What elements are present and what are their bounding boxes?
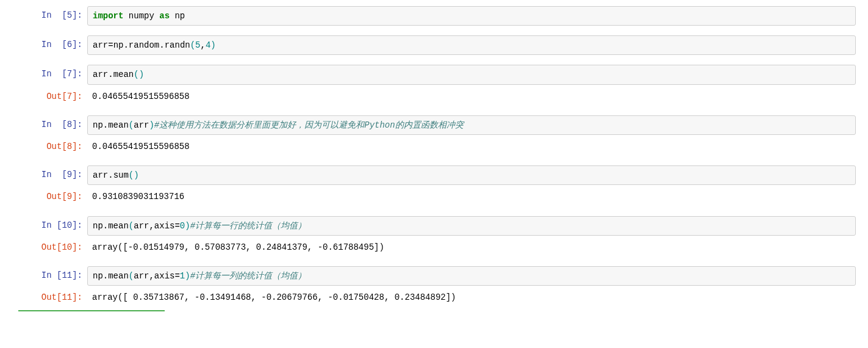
code-input-6[interactable]: arr=np.random.randn(5,4): [87, 35, 856, 55]
code-text: 5: [195, 40, 200, 50]
code-text: ): [139, 70, 144, 79]
code-text: np: [93, 120, 103, 130]
output-11: array([ 0.35713867, -0.13491468, -0.2067…: [87, 288, 856, 306]
prompt-in-9: In [9]:: [12, 165, 87, 185]
code-input-5[interactable]: import numpy as np: [87, 6, 856, 26]
code-text: .: [103, 120, 108, 130]
prompt-out-9: Out[9]:: [12, 187, 87, 206]
code-text: (: [190, 40, 195, 50]
cell-in-10: In [10]: np.mean(arr,axis=0)#计算每一行的统计值（均…: [12, 216, 856, 236]
code-text: =: [174, 271, 179, 281]
prompt-in-5: In [5]:: [12, 6, 87, 26]
code-text: np: [113, 40, 124, 50]
output-7: 0.04655419515596858: [87, 87, 856, 106]
code-input-7[interactable]: arr.mean(): [87, 65, 856, 84]
code-text: arr: [134, 120, 149, 130]
code-text: .: [103, 221, 108, 231]
code-text: ): [210, 40, 215, 50]
code-text: .: [108, 70, 113, 79]
code-comment: #这种使用方法在数据分析里面更加好，因为可以避免和Python的内置函数相冲突: [154, 120, 464, 130]
code-text: mean: [108, 221, 129, 231]
code-text: =: [174, 221, 179, 231]
cell-out-9: Out[9]: 0.9310839031193716: [12, 187, 856, 206]
code-text: (: [129, 221, 134, 231]
code-text: ): [185, 221, 190, 231]
code-text: ,: [201, 40, 206, 50]
code-text: ): [185, 271, 190, 281]
code-text: .: [123, 40, 128, 50]
kw-as: as: [159, 11, 170, 21]
code-text: np: [93, 221, 103, 231]
code-text: =: [108, 40, 113, 50]
code-text: 0: [180, 221, 185, 231]
code-text: .: [159, 40, 164, 50]
code-comment: #计算每一列的统计值（均值）: [190, 271, 306, 281]
cell-in-5: In [5]: import numpy as np: [12, 6, 856, 26]
code-text: (: [129, 271, 134, 281]
prompt-in-7: In [7]:: [12, 65, 87, 84]
cell-out-11: Out[11]: array([ 0.35713867, -0.13491468…: [12, 288, 856, 306]
code-text: .: [103, 271, 108, 281]
prompt-in-8: In [8]:: [12, 115, 87, 135]
code-text: arr: [93, 170, 108, 180]
code-input-11[interactable]: np.mean(arr,axis=1)#计算每一列的统计值（均值）: [87, 266, 856, 286]
cell-out-7: Out[7]: 0.04655419515596858: [12, 87, 856, 106]
prompt-in-11: In [11]:: [12, 266, 87, 286]
code-text: ): [134, 170, 138, 180]
code-input-9[interactable]: arr.sum(): [87, 165, 856, 185]
output-10: array([-0.01514979, 0.57083773, 0.248413…: [87, 238, 856, 256]
code-text: mean: [113, 70, 134, 79]
code-text: arr: [93, 70, 108, 79]
kw-import: import: [93, 11, 123, 21]
code-text: random: [129, 40, 159, 50]
code-input-10[interactable]: np.mean(arr,axis=0)#计算每一行的统计值（均值）: [87, 216, 856, 236]
cell-in-11: In [11]: np.mean(arr,axis=1)#计算每一列的统计值（均…: [12, 266, 856, 286]
code-text: ): [149, 120, 154, 130]
code-text: arr,axis: [134, 271, 174, 281]
prompt-out-11: Out[11]:: [12, 288, 87, 306]
code-text: arr: [93, 40, 108, 50]
code-text: (: [134, 70, 138, 79]
code-text: numpy: [123, 11, 159, 21]
code-text: 1: [180, 271, 185, 281]
code-text: np: [170, 11, 185, 21]
prompt-out-8: Out[8]:: [12, 137, 87, 156]
code-text: (: [129, 120, 134, 130]
code-text: mean: [108, 271, 129, 281]
code-input-8[interactable]: np.mean(arr)#这种使用方法在数据分析里面更加好，因为可以避免和Pyt…: [87, 115, 856, 135]
code-comment: #计算每一行的统计值（均值）: [190, 221, 306, 231]
code-text: randn: [165, 40, 190, 50]
prompt-in-6: In [6]:: [12, 35, 87, 55]
cell-in-9: In [9]: arr.sum(): [12, 165, 856, 185]
cell-out-10: Out[10]: array([-0.01514979, 0.57083773,…: [12, 238, 856, 256]
progress-indicator: [18, 310, 165, 311]
code-text: (: [129, 170, 134, 180]
cell-in-7: In [7]: arr.mean(): [12, 65, 856, 84]
output-9: 0.9310839031193716: [87, 187, 856, 206]
output-8: 0.04655419515596858: [87, 137, 856, 156]
cell-in-6: In [6]: arr=np.random.randn(5,4): [12, 35, 856, 55]
prompt-out-7: Out[7]:: [12, 87, 87, 106]
code-text: mean: [108, 120, 129, 130]
cell-out-8: Out[8]: 0.04655419515596858: [12, 137, 856, 156]
prompt-in-10: In [10]:: [12, 216, 87, 236]
prompt-out-10: Out[10]:: [12, 238, 87, 256]
cell-in-8: In [8]: np.mean(arr)#这种使用方法在数据分析里面更加好，因为…: [12, 115, 856, 135]
code-text: np: [93, 271, 103, 281]
code-text: sum: [113, 170, 129, 180]
code-text: arr,axis: [134, 221, 174, 231]
code-text: .: [108, 170, 113, 180]
